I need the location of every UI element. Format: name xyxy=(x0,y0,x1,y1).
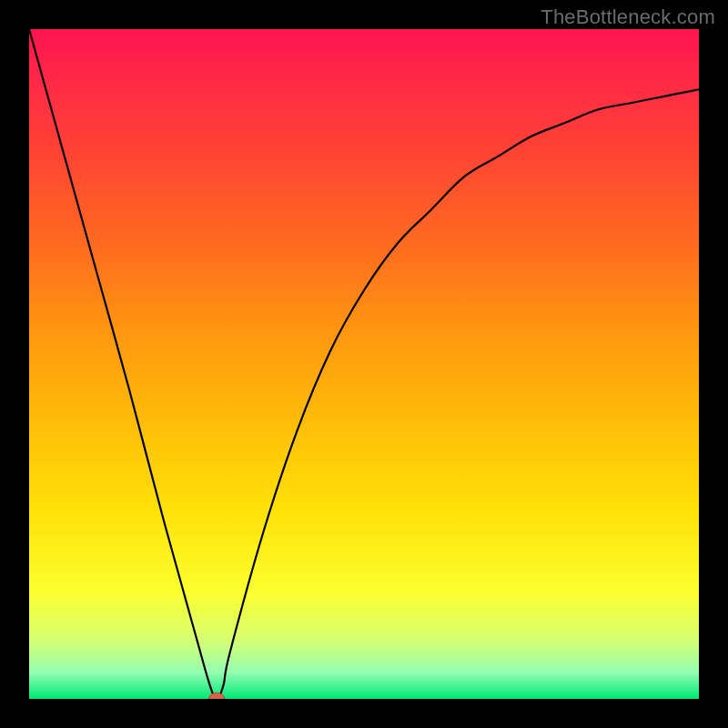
watermark-text: TheBottleneck.com xyxy=(541,5,715,29)
bottleneck-curve xyxy=(29,29,699,699)
chart-svg xyxy=(29,29,699,699)
chart-frame: TheBottleneck.com xyxy=(0,0,728,728)
plot-area xyxy=(29,29,699,699)
minimum-marker xyxy=(208,693,225,699)
